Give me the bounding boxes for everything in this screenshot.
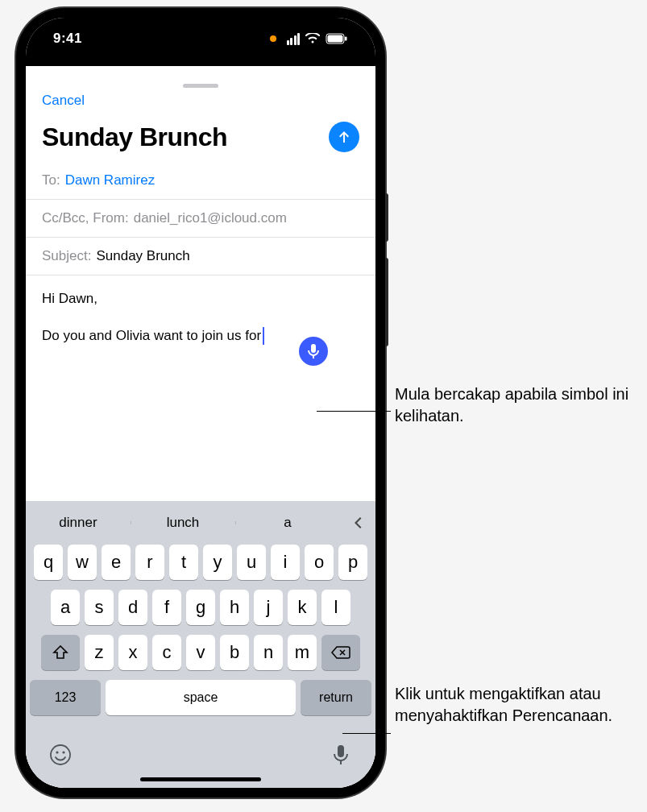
key-e[interactable]: e [102, 545, 131, 580]
text-cursor [263, 327, 264, 345]
key-u[interactable]: u [237, 545, 266, 580]
key-y[interactable]: y [203, 545, 232, 580]
subject-field[interactable]: Subject: Sunday Brunch [26, 238, 375, 276]
key-n[interactable]: n [254, 635, 283, 670]
svg-rect-1 [328, 35, 343, 43]
key-w[interactable]: w [68, 545, 97, 580]
wifi-icon [305, 33, 320, 44]
key-row-2: a s d f g h j k l [30, 590, 371, 625]
prediction-3[interactable]: a [235, 515, 340, 531]
screen: 9:41 Cancel Sunday Brunch [26, 18, 375, 788]
dynamic-island [152, 29, 249, 56]
send-button[interactable] [329, 122, 359, 152]
arrow-up-icon [336, 129, 352, 145]
battery-icon [326, 33, 348, 44]
microphone-icon [307, 343, 320, 359]
key-i[interactable]: i [271, 545, 300, 580]
key-x[interactable]: x [118, 635, 147, 670]
keyboard: dinner lunch a q w e r t y u [26, 501, 375, 788]
ccbcc-label: Cc/Bcc, From: [42, 210, 129, 226]
microphone-icon [332, 744, 350, 766]
body-text: Do you and Olivia want to join us for [42, 328, 261, 343]
key-t[interactable]: t [169, 545, 198, 580]
callout-dictation-indicator: Mula bercakap apabila simbol ini kelihat… [395, 383, 637, 427]
key-row-3: z x c v b n m [30, 635, 371, 670]
cellular-icon [287, 33, 301, 45]
space-key[interactable]: space [106, 680, 296, 715]
key-row-4: 123 space return [30, 680, 371, 717]
shift-icon [52, 645, 68, 660]
side-button [385, 193, 388, 242]
key-row-1: q w e r t y u i o p [30, 545, 371, 580]
callout-dictation-button: Klik untuk mengaktifkan atau menyahaktif… [395, 683, 637, 727]
callout-leader [317, 411, 391, 412]
status-time: 9:41 [53, 31, 82, 47]
callout-leader [342, 733, 391, 734]
status-icons [270, 33, 349, 45]
key-f[interactable]: f [152, 590, 181, 625]
key-q[interactable]: q [34, 545, 63, 580]
emoji-button[interactable] [48, 743, 73, 767]
email-body[interactable]: Hi Dawn, Do you and Olivia want to join … [26, 276, 375, 358]
key-r[interactable]: r [135, 545, 164, 580]
key-k[interactable]: k [288, 590, 317, 625]
recording-indicator-icon [270, 35, 276, 42]
shift-key[interactable] [41, 635, 80, 670]
ccbcc-field[interactable]: Cc/Bcc, From: daniel_rico1@icloud.com [26, 200, 375, 238]
svg-point-4 [56, 751, 58, 753]
compose-sheet: Cancel Sunday Brunch To: Dawn Ramirez Cc… [26, 77, 375, 788]
chevron-left-icon [352, 515, 363, 531]
key-s[interactable]: s [85, 590, 114, 625]
return-key[interactable]: return [301, 680, 371, 715]
key-m[interactable]: m [288, 635, 317, 670]
key-z[interactable]: z [85, 635, 114, 670]
to-field[interactable]: To: Dawn Ramirez [26, 162, 375, 200]
key-o[interactable]: o [305, 545, 334, 580]
numbers-key[interactable]: 123 [30, 680, 101, 715]
prediction-2[interactable]: lunch [131, 515, 235, 531]
svg-point-3 [51, 745, 70, 764]
key-d[interactable]: d [118, 590, 147, 625]
subject-label: Subject: [42, 248, 91, 264]
emoji-icon [49, 744, 72, 766]
key-h[interactable]: h [220, 590, 249, 625]
dictation-indicator[interactable] [299, 337, 328, 366]
key-c[interactable]: c [152, 635, 181, 670]
svg-point-5 [62, 751, 64, 753]
cancel-button[interactable]: Cancel [42, 93, 85, 108]
to-recipient[interactable]: Dawn Ramirez [65, 172, 155, 188]
prediction-1[interactable]: dinner [26, 515, 131, 531]
backspace-key[interactable] [321, 635, 360, 670]
svg-rect-2 [345, 37, 347, 41]
key-b[interactable]: b [220, 635, 249, 670]
prediction-bar: dinner lunch a [26, 504, 375, 541]
subject-value: Sunday Brunch [96, 248, 189, 264]
prediction-collapse-button[interactable] [340, 515, 375, 531]
key-a[interactable]: a [51, 590, 80, 625]
key-p[interactable]: p [338, 545, 367, 580]
key-g[interactable]: g [186, 590, 215, 625]
from-value: daniel_rico1@icloud.com [134, 210, 287, 226]
dictation-button[interactable] [329, 743, 353, 767]
key-l[interactable]: l [321, 590, 350, 625]
phone-frame: 9:41 Cancel Sunday Brunch [16, 8, 385, 798]
to-label: To: [42, 172, 60, 188]
home-indicator[interactable] [140, 777, 261, 781]
key-v[interactable]: v [186, 635, 215, 670]
backspace-icon [331, 645, 350, 660]
side-button [385, 258, 388, 346]
key-j[interactable]: j [254, 590, 283, 625]
page-title: Sunday Brunch [42, 122, 227, 152]
body-greeting: Hi Dawn, [42, 288, 359, 309]
